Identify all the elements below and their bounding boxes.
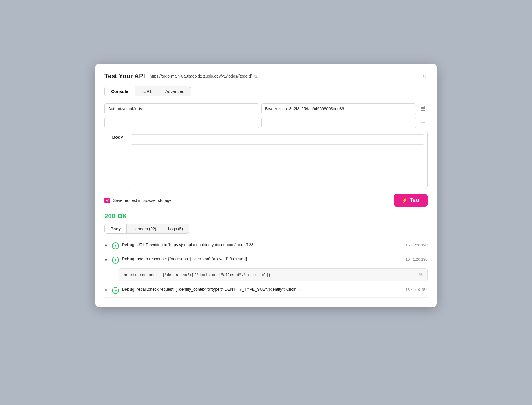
header-row-1 <box>104 103 428 114</box>
tab-console[interactable]: Console <box>105 86 135 96</box>
log-timestamp-3: 16:41:19.454 <box>406 288 428 292</box>
save-label: Save request in browser storage <box>113 198 172 203</box>
save-checkbox-row: Save request in browser storage <box>104 198 172 203</box>
log-text-3: Debug rebac.check request: {"identity_co… <box>122 287 403 292</box>
copy-url-icon[interactable]: ⧉ <box>254 74 257 79</box>
header-row-2 <box>104 117 428 128</box>
header-value-1[interactable] <box>261 103 416 114</box>
log-timestamp-1: 16:41:20.198 <box>406 243 428 247</box>
log-timestamp-2: 16:41:20.198 <box>406 257 428 262</box>
test-button-label: Test <box>410 198 419 203</box>
log-chevron-2[interactable]: ∧ <box>104 257 109 262</box>
save-test-row: Save request in browser storage ⚡ Test <box>104 194 428 207</box>
modal-header: Test Your API https://todo-main-0a8bacb.… <box>104 72 428 80</box>
header-key-1[interactable] <box>104 103 259 114</box>
response-tab-headers[interactable]: Headers (22) <box>127 224 162 233</box>
svg-rect-4 <box>421 124 425 124</box>
body-section: Body <box>104 131 428 189</box>
log-message-3: rebac.check request: {"identity_context"… <box>137 287 300 292</box>
delete-header-1[interactable] <box>418 105 428 113</box>
log-expanded-content-2: aserto response: {"decisions":[{"decisio… <box>119 268 428 281</box>
svg-rect-5 <box>421 122 425 123</box>
svg-rect-0 <box>421 107 425 108</box>
log-expanded-text-2: aserto response: {"decisions":[{"decisio… <box>124 273 271 277</box>
response-tabs-container: Body Headers (22) Logs (5) <box>104 224 189 234</box>
modal-url-text: https://todo-main-0a8bacb.d2.zuplo.dev/v… <box>150 74 252 78</box>
status-text: OK <box>118 212 127 220</box>
delete-header-2[interactable] <box>418 119 428 127</box>
svg-rect-1 <box>421 110 425 111</box>
response-tab-logs[interactable]: Logs (5) <box>162 224 189 233</box>
log-entry-2: ∧ Debug aserto response: {"decisions":[{… <box>104 253 428 267</box>
play-btn-1[interactable] <box>112 242 119 249</box>
log-badge-3: Debug <box>122 287 135 292</box>
tab-advanced[interactable]: Advanced <box>159 86 191 96</box>
modal: Test Your API https://todo-main-0a8bacb.… <box>95 64 437 307</box>
response-tab-body[interactable]: Body <box>105 224 127 233</box>
log-message-2: aserto response: {"decisions":[{"decisio… <box>137 257 247 261</box>
save-checkbox[interactable] <box>104 198 110 203</box>
tabs-container: Console cURL Advanced <box>104 86 191 96</box>
svg-rect-2 <box>421 108 425 109</box>
play-btn-2[interactable] <box>112 257 119 264</box>
header-value-2[interactable] <box>261 117 416 128</box>
body-label: Body <box>104 131 128 139</box>
log-text-1: Debug URL Rewriting to 'https://jsonplac… <box>122 242 403 247</box>
tab-curl[interactable]: cURL <box>135 86 159 96</box>
log-chevron-1[interactable]: ∨ <box>104 243 109 248</box>
copy-expanded-icon[interactable]: ⧉ <box>419 272 423 277</box>
play-btn-3[interactable] <box>112 287 119 294</box>
svg-rect-3 <box>421 121 425 122</box>
log-message-1: URL Rewriting to 'https://jsonplaceholde… <box>137 242 254 247</box>
log-entry-2-wrapper: ∧ Debug aserto response: {"decisions":[{… <box>104 253 428 281</box>
headers-section <box>104 103 428 128</box>
status-row: 200 OK <box>104 212 428 220</box>
modal-url-container: https://todo-main-0a8bacb.d2.zuplo.dev/v… <box>150 74 417 79</box>
header-key-2[interactable] <box>104 117 259 128</box>
log-chevron-3[interactable]: ∨ <box>104 288 109 292</box>
log-entry-1: ∨ Debug URL Rewriting to 'https://jsonpl… <box>104 239 428 253</box>
log-text-2: Debug aserto response: {"decisions":[{"d… <box>122 257 403 261</box>
body-editor <box>128 131 428 189</box>
modal-title: Test Your API <box>104 72 145 80</box>
log-badge-2: Debug <box>122 257 135 261</box>
lightning-icon: ⚡ <box>402 198 408 203</box>
close-button[interactable]: × <box>421 72 428 80</box>
modal-overlay: Test Your API https://todo-main-0a8bacb.… <box>85 58 447 347</box>
log-badge-1: Debug <box>122 242 135 247</box>
body-inner-input[interactable] <box>131 134 424 145</box>
test-button[interactable]: ⚡ Test <box>394 194 428 207</box>
status-code: 200 <box>104 212 115 220</box>
logs-container: ∨ Debug URL Rewriting to 'https://jsonpl… <box>104 239 428 298</box>
log-entry-3: ∨ Debug rebac.check request: {"identity_… <box>104 284 428 298</box>
